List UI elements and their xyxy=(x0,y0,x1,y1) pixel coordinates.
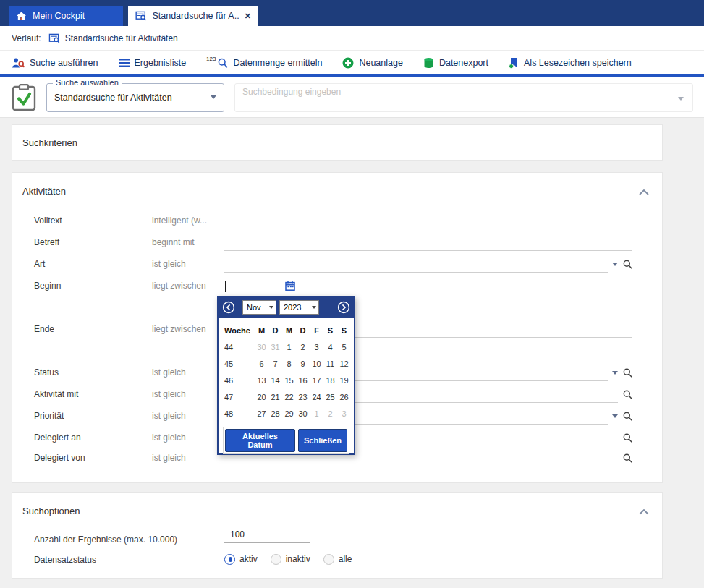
lookup-magnifier-icon[interactable] xyxy=(623,433,632,443)
new-record-button[interactable]: Neuanlage xyxy=(342,57,402,69)
day-cell[interactable]: 7 xyxy=(268,359,282,368)
day-cell[interactable]: 29 xyxy=(282,409,296,418)
day-cell[interactable]: 2 xyxy=(323,409,337,418)
tab-close-icon[interactable]: ✕ xyxy=(245,12,251,21)
week-row: 46 13 14 15 16 17 18 19 xyxy=(224,372,348,388)
operator-label[interactable]: ist gleich xyxy=(152,389,186,399)
lookup-magnifier-icon[interactable] xyxy=(623,260,632,269)
lookup-magnifier-icon[interactable] xyxy=(623,390,632,399)
day-cell[interactable]: 3 xyxy=(310,343,323,351)
select-caret-icon xyxy=(269,306,273,309)
day-cell[interactable]: 5 xyxy=(337,343,351,351)
tab-mein-cockpit[interactable]: Mein Cockpit xyxy=(9,6,123,26)
lookup-magnifier-icon[interactable] xyxy=(623,368,632,378)
radio-inaktiv[interactable]: inaktiv xyxy=(271,554,310,565)
day-cell[interactable]: 9 xyxy=(296,359,310,368)
results-count-input[interactable]: 100 xyxy=(224,526,310,543)
week-column-header: Woche xyxy=(224,326,255,335)
history-item[interactable]: Standardsuche für Aktivitäten xyxy=(48,33,178,43)
search-document-icon xyxy=(48,33,60,43)
close-button[interactable]: Schließen xyxy=(298,429,347,452)
day-cell[interactable]: 14 xyxy=(268,376,282,385)
operator-label[interactable]: intelligent (w... xyxy=(152,216,207,226)
day-cell[interactable]: 20 xyxy=(255,393,268,401)
operator-label[interactable]: liegt zwischen xyxy=(152,281,206,291)
current-date-button[interactable]: Aktuelles Datum xyxy=(225,429,295,452)
day-cell[interactable]: 28 xyxy=(268,409,282,418)
list-icon xyxy=(119,59,130,67)
field-label: Betreff xyxy=(34,237,59,247)
day-cell[interactable]: 1 xyxy=(282,343,296,351)
lookup-input[interactable] xyxy=(224,254,632,276)
day-cell[interactable]: 10 xyxy=(310,359,323,368)
day-cell[interactable]: 8 xyxy=(282,359,296,368)
day-cell[interactable]: 19 xyxy=(337,376,351,385)
year-select[interactable]: 2023 xyxy=(279,300,319,315)
collapse-chevron-icon[interactable] xyxy=(639,189,649,195)
day-cell[interactable]: 22 xyxy=(282,393,296,401)
tab-standardsuche[interactable]: Standardsuche für A... ✕ xyxy=(128,6,258,26)
day-cell[interactable]: 16 xyxy=(296,376,310,385)
chevron-down-icon[interactable] xyxy=(678,97,684,101)
run-search-button[interactable]: Suche ausführen xyxy=(12,57,98,69)
collapse-chevron-icon[interactable] xyxy=(639,509,649,515)
radio-aktiv[interactable]: aktiv xyxy=(224,554,258,565)
lookup-magnifier-icon[interactable] xyxy=(623,412,632,421)
search-select-dropdown[interactable]: Suche auswählen Standardsuche für Aktivi… xyxy=(46,83,224,112)
criteria-row-volltext: Volltext intelligent (w... xyxy=(34,210,632,232)
date-input[interactable] xyxy=(224,276,632,297)
lookup-magnifier-icon[interactable] xyxy=(623,453,632,463)
text-input[interactable] xyxy=(224,232,632,254)
day-cell[interactable]: 4 xyxy=(323,343,337,351)
save-bookmark-button[interactable]: Als Lesezeichen speichern xyxy=(509,57,632,69)
day-cell[interactable]: 18 xyxy=(323,376,337,385)
dropdown-caret-icon[interactable] xyxy=(612,263,618,266)
search-document-icon xyxy=(135,11,146,21)
operator-label[interactable]: ist gleich xyxy=(152,259,186,269)
day-cell[interactable]: 21 xyxy=(268,393,282,401)
day-cell[interactable]: 11 xyxy=(323,359,337,368)
radio-circle xyxy=(271,554,281,565)
operator-label[interactable]: ist gleich xyxy=(152,433,186,443)
dropdown-caret-icon[interactable] xyxy=(612,371,618,375)
operator-label[interactable]: beginnt mit xyxy=(152,237,195,247)
day-cell[interactable]: 31 xyxy=(268,343,282,351)
dropdown-caret-icon[interactable] xyxy=(612,414,618,418)
home-icon xyxy=(16,11,27,21)
calendar-icon[interactable] xyxy=(285,281,295,291)
operator-label[interactable]: ist gleich xyxy=(152,367,186,378)
operator-label[interactable]: liegt zwischen xyxy=(152,324,206,334)
condition-input[interactable]: Suchbedingung eingeben xyxy=(234,83,693,112)
day-cell[interactable]: 24 xyxy=(310,393,323,401)
next-month-button[interactable] xyxy=(337,301,350,314)
day-cell[interactable]: 1 xyxy=(310,409,323,418)
day-cell[interactable]: 3 xyxy=(337,409,351,418)
data-export-button[interactable]: Datenexport xyxy=(423,57,488,69)
day-cell[interactable]: 6 xyxy=(255,359,268,368)
operator-label[interactable]: ist gleich xyxy=(152,453,186,463)
text-input[interactable] xyxy=(224,210,632,232)
day-cell[interactable]: 25 xyxy=(323,393,337,401)
day-cell[interactable]: 23 xyxy=(296,393,310,401)
day-cell[interactable]: 15 xyxy=(282,376,296,385)
day-cell[interactable]: 30 xyxy=(296,409,310,418)
section-title: Aktivitäten xyxy=(22,186,66,197)
month-select[interactable]: Nov xyxy=(242,300,276,315)
day-cell[interactable]: 26 xyxy=(337,393,351,401)
count-records-button[interactable]: 123 Datenmenge ermitteln xyxy=(206,58,322,68)
day-cell[interactable]: 17 xyxy=(310,376,323,385)
previous-month-button[interactable] xyxy=(222,301,235,314)
criteria-row-art: Art ist gleich xyxy=(34,254,632,276)
day-cell[interactable]: 12 xyxy=(337,359,351,368)
record-status-label: Datensatzstatus xyxy=(34,555,96,565)
day-cell[interactable]: 30 xyxy=(255,343,268,351)
date-picker-footer: Aktuelles Datum Schließen xyxy=(223,427,349,454)
week-number: 44 xyxy=(224,343,255,351)
day-cell[interactable]: 2 xyxy=(296,343,310,351)
search-options-card: Suchoptionen Anzahl der Ergebnisse (max.… xyxy=(12,492,663,579)
day-cell[interactable]: 13 xyxy=(255,376,268,385)
day-cell[interactable]: 27 xyxy=(255,409,268,418)
operator-label[interactable]: ist gleich xyxy=(152,411,186,421)
result-list-button[interactable]: Ergebnisliste xyxy=(119,58,187,68)
radio-alle[interactable]: alle xyxy=(323,554,352,565)
